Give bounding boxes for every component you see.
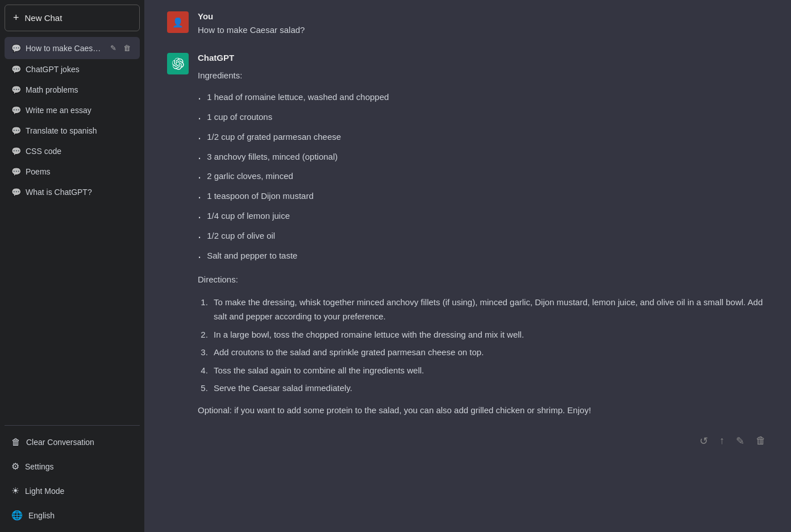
- sidebar-divider: [5, 425, 140, 426]
- regenerate-button[interactable]: ↺: [697, 433, 710, 450]
- ai-message-block: ChatGPT Ingredients: 1 head of romaine l…: [167, 53, 768, 450]
- chat-icon: 💬: [11, 106, 21, 115]
- ingredient-item: 1/4 cup of lemon juice: [198, 207, 768, 227]
- direction-item: Serve the Caesar salad immediately.: [210, 379, 768, 397]
- chat-item-label: ChatGPT jokes: [26, 65, 133, 74]
- chat-list: 💬How to make Caesar sa...✎🗑💬ChatGPT joke…: [5, 37, 140, 421]
- chat-item-label: Math problems: [26, 85, 133, 94]
- english-label: English: [28, 511, 55, 520]
- settings-icon: ⚙: [11, 461, 19, 472]
- edit-chat-button[interactable]: ✎: [108, 43, 119, 53]
- chat-item-label: How to make Caesar sa...: [26, 44, 103, 53]
- chat-item-label: What is ChatGPT?: [26, 188, 133, 197]
- sidebar-bottom-settings[interactable]: ⚙Settings: [5, 454, 140, 479]
- direction-item: Add croutons to the salad and sprinkle g…: [210, 343, 768, 361]
- chat-icon: 💬: [11, 126, 21, 135]
- user-message-block: 👤 You How to make Caesar salad?: [167, 11, 768, 37]
- chat-icon: 💬: [11, 188, 21, 197]
- edit-button[interactable]: ✎: [734, 433, 747, 450]
- sidebar-bottom-clear-conversation[interactable]: 🗑Clear Conversation: [5, 430, 140, 454]
- sidebar-bottom-english[interactable]: 🌐English: [5, 503, 140, 527]
- direction-item: In a large bowl, toss the chopped romain…: [210, 326, 768, 344]
- plus-icon: +: [13, 12, 19, 24]
- user-name: You: [198, 11, 305, 21]
- main-content: 👤 You How to make Caesar salad? ChatGPT …: [144, 0, 791, 532]
- new-chat-label: New Chat: [25, 13, 63, 23]
- chatgpt-logo-icon: [172, 57, 184, 70]
- ingredient-item: 3 anchovy fillets, minced (optional): [198, 148, 768, 168]
- new-chat-button[interactable]: + New Chat: [5, 5, 140, 31]
- sidebar-item-poems[interactable]: 💬Poems: [5, 161, 140, 182]
- sidebar-bottom: 🗑Clear Conversation⚙Settings☀Light Mode🌐…: [5, 430, 140, 532]
- chat-item-actions: ✎🗑: [108, 43, 133, 53]
- light-mode-label: Light Mode: [25, 487, 64, 496]
- ai-avatar: [167, 53, 189, 74]
- ai-message-footer: ↺ ↑ ✎ 🗑: [198, 433, 768, 450]
- directions-heading: Directions:: [198, 272, 768, 287]
- chat-icon: 💬: [11, 147, 21, 156]
- ingredient-item: 1 head of romaine lettuce, washed and ch…: [198, 89, 768, 109]
- directions-list: To make the dressing, whisk together min…: [198, 293, 768, 397]
- chat-item-label: Translate to spanish: [26, 126, 133, 135]
- direction-item: Toss the salad again to combine all the …: [210, 361, 768, 380]
- ai-message-content: ChatGPT Ingredients: 1 head of romaine l…: [198, 53, 768, 450]
- optional-note: Optional: if you want to add some protei…: [198, 403, 768, 418]
- sidebar-item-math-problems[interactable]: 💬Math problems: [5, 80, 140, 100]
- delete-chat-button[interactable]: 🗑: [121, 43, 133, 53]
- thumbs-up-button[interactable]: ↑: [717, 433, 727, 450]
- sidebar-item-chatgpt-jokes[interactable]: 💬ChatGPT jokes: [5, 59, 140, 80]
- ingredient-item: 1/2 cup of olive oil: [198, 227, 768, 247]
- ingredients-heading: Ingredients:: [198, 68, 768, 83]
- chat-icon: 💬: [11, 44, 21, 53]
- chat-icon: 💬: [11, 167, 21, 176]
- chat-icon: 💬: [11, 65, 21, 74]
- sidebar-item-write-me-an-essay[interactable]: 💬Write me an essay: [5, 100, 140, 120]
- clear-conversation-icon: 🗑: [11, 437, 20, 447]
- user-message-content: You How to make Caesar salad?: [198, 11, 305, 37]
- chat-item-label: Write me an essay: [26, 106, 133, 115]
- sidebar-item-translate-to-spanish[interactable]: 💬Translate to spanish: [5, 120, 140, 141]
- clear-conversation-label: Clear Conversation: [26, 438, 94, 447]
- sidebar-bottom-light-mode[interactable]: ☀Light Mode: [5, 479, 140, 503]
- ingredient-item: Salt and pepper to taste: [198, 247, 768, 267]
- ingredient-item: 1 teaspoon of Dijon mustard: [198, 188, 768, 207]
- settings-label: Settings: [25, 462, 54, 471]
- light-mode-icon: ☀: [11, 485, 19, 496]
- chat-item-label: CSS code: [26, 147, 133, 156]
- chat-item-label: Poems: [26, 167, 133, 176]
- delete-button[interactable]: 🗑: [753, 433, 768, 450]
- sidebar-item-what-is-chatgpt[interactable]: 💬What is ChatGPT?: [5, 182, 140, 202]
- chat-icon: 💬: [11, 85, 21, 94]
- ai-response-text: Ingredients: 1 head of romaine lettuce, …: [198, 68, 768, 423]
- ai-name: ChatGPT: [198, 53, 768, 63]
- direction-item: To make the dressing, whisk together min…: [210, 293, 768, 326]
- user-question: How to make Caesar salad?: [198, 23, 305, 37]
- sidebar: + New Chat 💬How to make Caesar sa...✎🗑💬C…: [0, 0, 144, 532]
- sidebar-item-how-to-make-caesar[interactable]: 💬How to make Caesar sa...✎🗑: [5, 37, 140, 59]
- ingredient-item: 2 garlic cloves, minced: [198, 168, 768, 188]
- ingredient-item: 1/2 cup of grated parmesan cheese: [198, 128, 768, 148]
- english-icon: 🌐: [11, 510, 23, 521]
- sidebar-item-css-code[interactable]: 💬CSS code: [5, 141, 140, 161]
- user-avatar-icon: 👤: [172, 17, 184, 28]
- ingredient-item: 1 cup of croutons: [198, 109, 768, 128]
- user-avatar: 👤: [167, 11, 189, 33]
- ingredients-list: 1 head of romaine lettuce, washed and ch…: [198, 89, 768, 267]
